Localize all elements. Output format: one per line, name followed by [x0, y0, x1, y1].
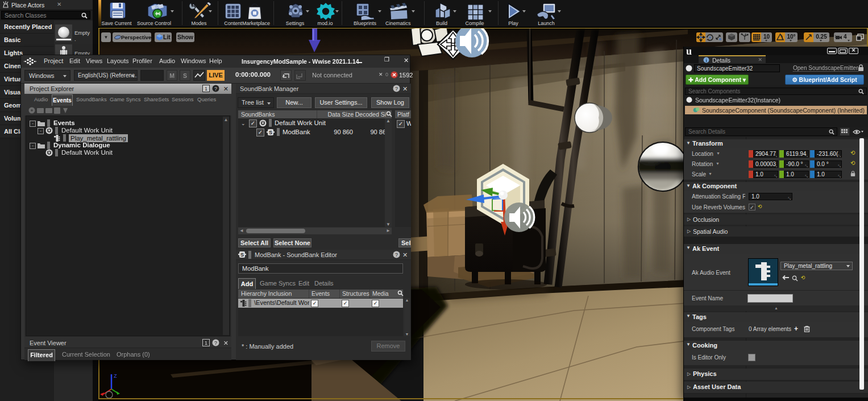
svg-text:?: ?	[214, 340, 217, 346]
svg-text:?: ?	[395, 252, 398, 258]
svg-text:?: ?	[214, 86, 217, 92]
svg-text:?: ?	[395, 86, 398, 92]
svg-text:u: u	[686, 46, 692, 56]
svg-text:S: S	[240, 252, 244, 258]
svg-text:Z: Z	[114, 373, 117, 379]
svg-text:S: S	[269, 130, 272, 135]
